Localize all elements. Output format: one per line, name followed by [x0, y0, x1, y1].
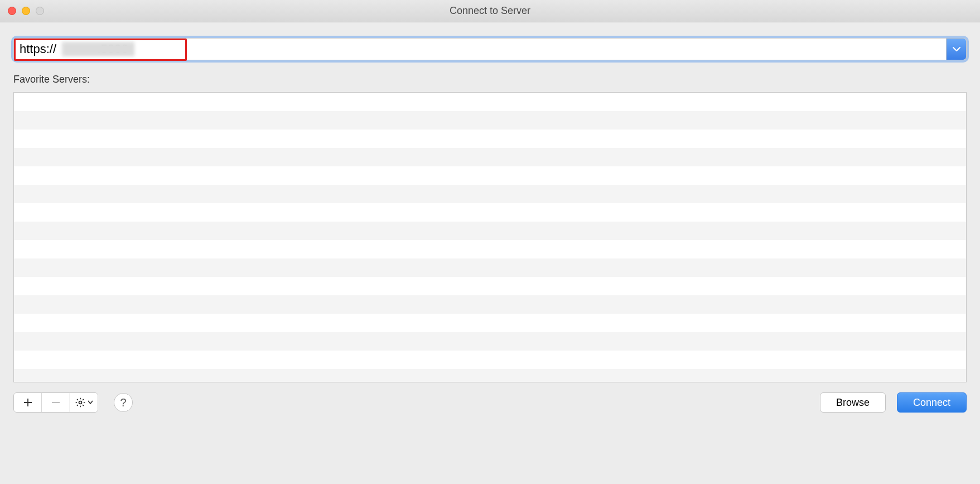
list-row: [14, 185, 966, 203]
list-row: [14, 258, 966, 277]
chevron-down-icon: [953, 46, 960, 52]
list-row: [14, 314, 966, 332]
address-input-wrapper: [13, 38, 967, 60]
list-row: [14, 332, 966, 351]
address-history-dropdown[interactable]: [946, 39, 966, 60]
list-row: [14, 166, 966, 185]
list-row: [14, 222, 966, 240]
close-window-button[interactable]: [8, 7, 16, 15]
window-title: Connect to Server: [450, 5, 530, 17]
content-area: Favorite Servers:: [0, 22, 980, 424]
action-menu-button[interactable]: [70, 393, 98, 412]
svg-line-4: [77, 399, 78, 400]
list-row: [14, 130, 966, 148]
traffic-lights: [0, 7, 44, 15]
chevron-down-icon: [88, 400, 93, 405]
connect-label: Connect: [913, 397, 950, 408]
gear-icon: [75, 397, 86, 408]
zoom-window-button[interactable]: [36, 7, 44, 15]
list-row: [14, 111, 966, 130]
address-row: [13, 38, 967, 60]
help-label: ?: [120, 396, 126, 409]
add-favorite-button[interactable]: [14, 393, 42, 412]
list-row: [14, 203, 966, 222]
minimize-window-button[interactable]: [22, 7, 30, 15]
server-address-input[interactable]: [14, 39, 946, 60]
svg-line-6: [77, 405, 78, 406]
list-row: [14, 277, 966, 295]
favorites-label: Favorite Servers:: [13, 74, 967, 85]
bottom-bar: ? Browse Connect: [13, 392, 967, 413]
help-button[interactable]: ?: [114, 393, 133, 412]
browse-label: Browse: [836, 397, 870, 408]
minus-icon: [51, 398, 60, 407]
svg-line-7: [83, 399, 84, 400]
list-row: [14, 295, 966, 314]
remove-favorite-button[interactable]: [42, 393, 70, 412]
list-row: [14, 148, 966, 166]
favorites-toolbar: [13, 392, 98, 413]
list-row: [14, 93, 966, 111]
list-row: [14, 240, 966, 258]
list-row: [14, 369, 966, 382]
plus-icon: [23, 398, 32, 407]
connect-button[interactable]: Connect: [897, 392, 967, 413]
titlebar: Connect to Server: [0, 0, 980, 22]
svg-line-5: [83, 405, 84, 406]
list-row: [14, 351, 966, 369]
favorites-list[interactable]: [13, 92, 967, 382]
browse-button[interactable]: Browse: [820, 392, 886, 413]
